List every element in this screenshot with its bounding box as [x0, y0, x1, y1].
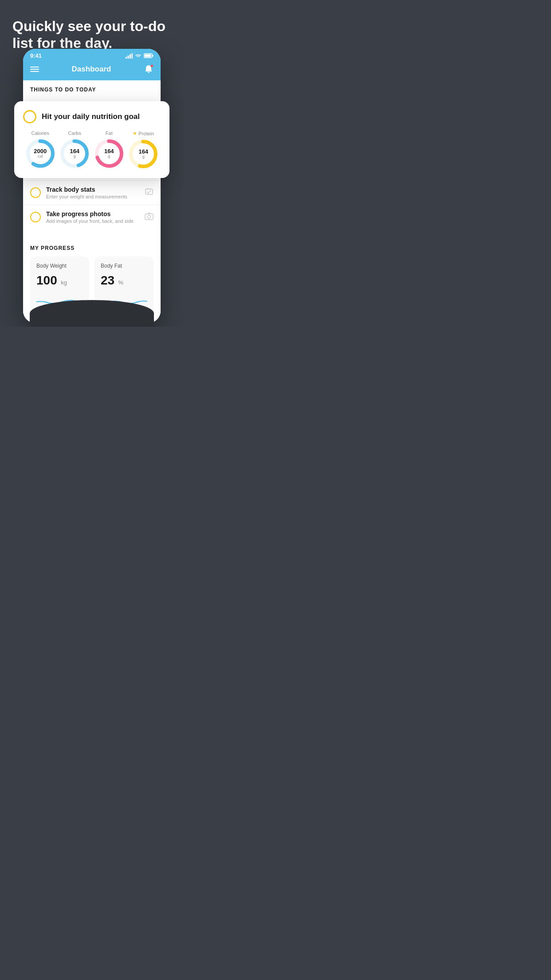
- fat-label: Fat: [106, 130, 113, 136]
- protein-donut: 164 g: [128, 139, 158, 169]
- svg-rect-0: [126, 57, 127, 59]
- svg-rect-3: [132, 53, 133, 59]
- notification-button[interactable]: [144, 64, 153, 74]
- svg-rect-1: [128, 55, 129, 59]
- nutrition-check-circle[interactable]: [23, 110, 36, 123]
- nav-bar: Dashboard: [23, 61, 161, 80]
- decorative-half-circle: [30, 300, 154, 327]
- battery-icon: [144, 53, 153, 58]
- body-fat-value: 23: [101, 273, 114, 287]
- protein-label: ★ Protein: [133, 130, 154, 136]
- phone-mockup: 9:41: [23, 49, 161, 323]
- status-icons: [126, 53, 153, 59]
- progress-title: MY PROGRESS: [30, 245, 153, 251]
- nutrition-protein: ★ Protein 164 g: [128, 130, 158, 169]
- carbs-text: 164 g: [70, 148, 79, 159]
- spacer: [23, 229, 161, 238]
- todo-content-photos: Take progress photos Add images of your …: [46, 210, 139, 224]
- body-fat-label: Body Fat: [101, 263, 147, 269]
- svg-point-9: [148, 215, 151, 218]
- nutrition-card-header: Hit your daily nutrition goal: [23, 110, 161, 123]
- list-item[interactable]: Take progress photos Add images of your …: [23, 205, 161, 229]
- calories-donut: 2000 cal: [25, 138, 55, 169]
- body-weight-unit: kg: [61, 279, 67, 286]
- todo-subtitle: Enter your weight and measurements: [46, 194, 139, 199]
- menu-button[interactable]: [30, 67, 39, 72]
- nutrition-carbs: Carbs 164 g: [59, 130, 90, 169]
- status-time: 9:41: [30, 52, 42, 59]
- svg-rect-6: [145, 55, 151, 57]
- star-icon: ★: [133, 130, 137, 136]
- body-weight-label: Body Weight: [36, 263, 83, 269]
- svg-rect-8: [145, 214, 153, 220]
- todo-checkbox-photos[interactable]: [30, 212, 41, 222]
- carbs-donut: 164 g: [59, 138, 90, 169]
- protein-text: 164 g: [138, 149, 148, 159]
- carbs-label: Carbs: [68, 130, 81, 136]
- todo-content-bodystats: Track body stats Enter your weight and m…: [46, 186, 139, 199]
- calories-label: Calories: [31, 130, 49, 136]
- body-fat-unit: %: [118, 279, 124, 286]
- nutrition-fat: Fat 164 g: [94, 130, 124, 169]
- nutrition-card: Hit your daily nutrition goal Calories 2…: [14, 101, 169, 178]
- list-item[interactable]: Track body stats Enter your weight and m…: [23, 180, 161, 205]
- fat-text: 164 g: [104, 148, 114, 159]
- todo-title: Track body stats: [46, 186, 139, 193]
- todo-title: Take progress photos: [46, 210, 139, 217]
- wifi-icon: [135, 53, 142, 59]
- nutrition-calories: Calories 2000 cal: [25, 130, 55, 169]
- nutrition-card-title: Hit your daily nutrition goal: [42, 112, 140, 121]
- todo-subtitle: Add images of your front, back, and side: [46, 218, 139, 224]
- signal-icon: [126, 53, 133, 59]
- background: Quickly see your to-do list for the day.…: [0, 0, 184, 327]
- status-bar: 9:41: [23, 49, 161, 61]
- calories-text: 2000 cal: [34, 148, 47, 159]
- notification-badge: [150, 64, 153, 67]
- section-header: THINGS TO DO TODAY: [23, 80, 161, 96]
- hero-section: Quickly see your to-do list for the day.: [0, 0, 184, 52]
- hero-title: Quickly see your to-do list for the day.: [12, 18, 171, 52]
- todo-checkbox-bodystats[interactable]: [30, 187, 41, 198]
- nutrition-circles: Calories 2000 cal Carbs: [23, 130, 161, 169]
- photo-icon: [145, 212, 153, 222]
- svg-rect-2: [130, 54, 131, 59]
- svg-rect-5: [153, 55, 153, 57]
- fat-donut: 164 g: [94, 138, 124, 169]
- scale-icon: [145, 187, 153, 198]
- nav-title: Dashboard: [72, 65, 111, 74]
- body-weight-value: 100: [36, 273, 57, 287]
